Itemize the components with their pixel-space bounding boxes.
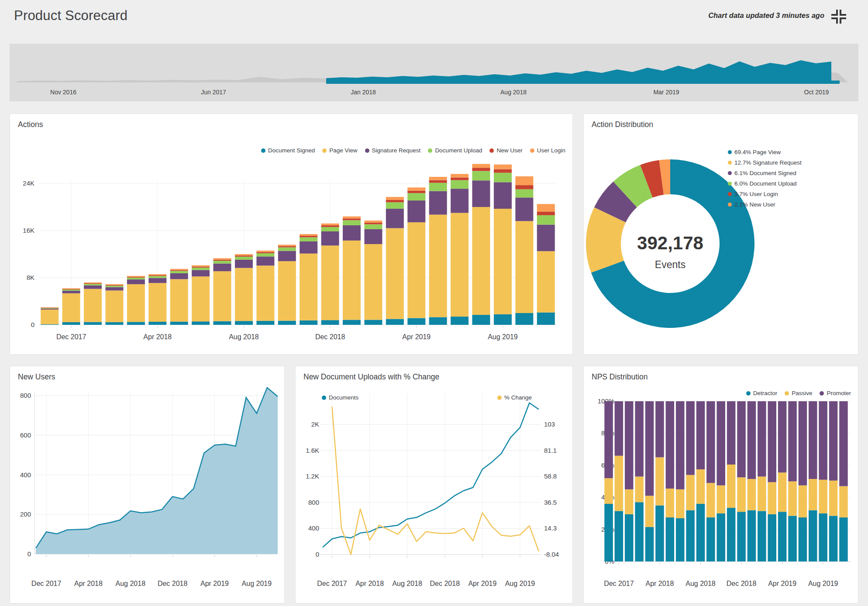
bar-segment[interactable] [148, 322, 166, 325]
nps-bar-segment[interactable] [676, 489, 685, 518]
bar-segment[interactable] [62, 322, 80, 325]
timeline-sparkline[interactable]: Nov 2016Jun 2017Jan 2018Aug 2018Mar 2019… [10, 44, 858, 101]
nps-bar-segment[interactable] [666, 401, 675, 489]
legend-item[interactable]: 69.4% Page View [728, 149, 781, 155]
legend-item[interactable]: 6.1% Document Signed [728, 170, 796, 176]
bar-segment[interactable] [386, 319, 404, 325]
bar-segment[interactable] [256, 253, 274, 256]
bar-segment[interactable] [256, 321, 274, 325]
nps-bar-segment[interactable] [747, 401, 756, 479]
collapse-icon[interactable] [831, 10, 847, 24]
bar-segment[interactable] [429, 180, 447, 183]
bar-segment[interactable] [365, 244, 382, 320]
bar-segment[interactable] [84, 289, 102, 322]
bar-segment[interactable] [407, 222, 425, 318]
bar-segment[interactable] [170, 271, 188, 273]
bar-segment[interactable] [148, 278, 166, 283]
nps-bar-segment[interactable] [839, 401, 848, 486]
bar-segment[interactable] [472, 164, 490, 168]
bar-segment[interactable] [148, 274, 166, 275]
bar-segment[interactable] [256, 252, 274, 253]
bar-segment[interactable] [170, 269, 188, 270]
bar-segment[interactable] [192, 268, 210, 270]
legend-item[interactable]: Signature Request [365, 147, 421, 154]
bar-segment[interactable] [170, 273, 188, 279]
nps-bar-segment[interactable] [604, 478, 613, 504]
legend-item[interactable]: User Login [530, 147, 565, 154]
nps-bar-segment[interactable] [737, 512, 746, 561]
nps-bar-segment[interactable] [809, 510, 817, 561]
bar-segment[interactable] [127, 278, 145, 279]
legend-item[interactable]: Document Signed [261, 147, 315, 154]
nps-bar-segment[interactable] [788, 516, 797, 561]
nps-bar-segment[interactable] [655, 401, 664, 457]
bar-segment[interactable] [106, 285, 124, 286]
bar-segment[interactable] [472, 180, 490, 207]
bar-segment[interactable] [429, 183, 447, 191]
nps-bar-segment[interactable] [799, 485, 807, 517]
bar-segment[interactable] [451, 213, 468, 317]
bar-segment[interactable] [148, 283, 166, 322]
bar-segment[interactable] [321, 225, 339, 227]
legend-item[interactable]: Page View [322, 147, 357, 154]
bar-segment[interactable] [62, 289, 80, 291]
nps-bar-segment[interactable] [666, 517, 675, 561]
bar-segment[interactable] [494, 182, 512, 209]
bar-segment[interactable] [386, 209, 404, 228]
bar-segment[interactable] [365, 220, 382, 223]
nps-bar-segment[interactable] [758, 511, 766, 561]
nps-bar-segment[interactable] [645, 496, 654, 527]
nps-bar-segment[interactable] [706, 401, 715, 483]
bar-segment[interactable] [106, 286, 124, 287]
bar-segment[interactable] [343, 241, 361, 320]
nps-bar-segment[interactable] [635, 401, 644, 477]
bar-segment[interactable] [386, 200, 404, 202]
nps-bar-segment[interactable] [747, 479, 756, 510]
bar-segment[interactable] [365, 320, 382, 325]
nps-bar-segment[interactable] [768, 514, 777, 561]
bar-segment[interactable] [84, 322, 102, 325]
legend-item[interactable]: 2.1% New User [728, 201, 775, 208]
bar-segment[interactable] [300, 234, 317, 236]
nps-bar-segment[interactable] [717, 401, 726, 485]
nps-bar-segment[interactable] [819, 480, 827, 513]
nps-bar-segment[interactable] [819, 513, 827, 561]
bar-segment[interactable] [106, 287, 124, 291]
bar-segment[interactable] [192, 276, 210, 321]
bar-segment[interactable] [343, 220, 361, 225]
bar-segment[interactable] [321, 224, 339, 225]
bar-segment[interactable] [494, 173, 512, 182]
legend-item[interactable]: 12.7% Signature Request [728, 159, 802, 166]
bar-segment[interactable] [62, 293, 80, 322]
bar-segment[interactable] [451, 180, 468, 189]
nps-bar-segment[interactable] [706, 483, 715, 517]
bar-segment[interactable] [300, 236, 317, 237]
bar-segment[interactable] [321, 227, 339, 231]
bar-segment[interactable] [235, 257, 253, 260]
bar-segment[interactable] [515, 176, 533, 185]
bar-segment[interactable] [235, 254, 253, 255]
nps-bar-segment[interactable] [809, 401, 817, 479]
bar-segment[interactable] [494, 165, 512, 169]
bar-segment[interactable] [278, 261, 296, 320]
bar-segment[interactable] [343, 225, 361, 241]
legend-item[interactable]: New User [489, 147, 522, 154]
nps-bar-segment[interactable] [645, 527, 654, 561]
bar-segment[interactable] [386, 197, 404, 200]
nps-bar-segment[interactable] [829, 481, 838, 516]
bar-segment[interactable] [515, 189, 533, 198]
bar-segment[interactable] [148, 275, 166, 276]
bar-segment[interactable] [278, 244, 296, 246]
bar-segment[interactable] [170, 270, 188, 271]
bar-segment[interactable] [106, 322, 124, 325]
bar-segment[interactable] [192, 267, 210, 268]
nps-bar-segment[interactable] [686, 510, 695, 561]
bar-segment[interactable] [41, 307, 59, 308]
bar-segment[interactable] [84, 283, 102, 284]
nps-bar-segment[interactable] [604, 504, 613, 561]
nps-chart[interactable]: 0%20%40%60%80%100%Dec 2017Apr 2018Aug 20… [584, 366, 858, 603]
area-fill[interactable] [36, 388, 278, 554]
bar-segment[interactable] [451, 174, 468, 177]
bar-segment[interactable] [451, 178, 468, 180]
bar-segment[interactable] [515, 313, 533, 325]
